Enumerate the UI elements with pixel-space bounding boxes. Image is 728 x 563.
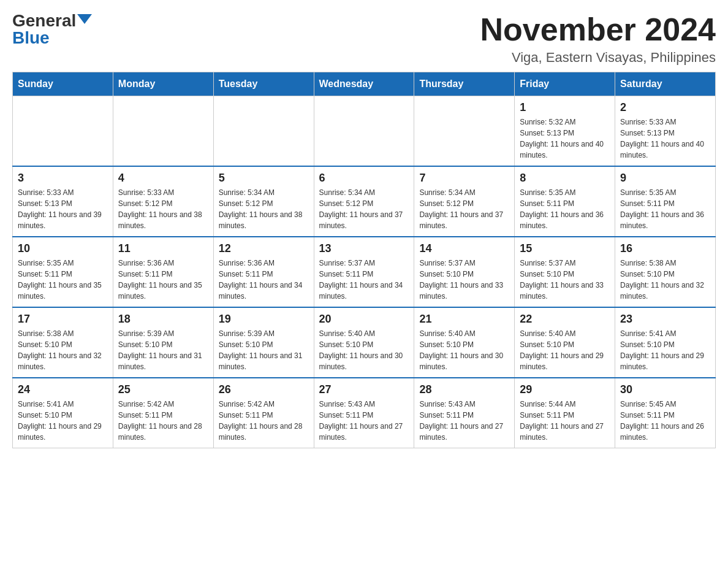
calendar-cell: 2Sunrise: 5:33 AMSunset: 5:13 PMDaylight… bbox=[615, 96, 716, 167]
calendar-cell bbox=[414, 96, 515, 167]
day-info: Sunrise: 5:34 AMSunset: 5:12 PMDaylight:… bbox=[419, 187, 509, 231]
calendar-cell: 23Sunrise: 5:41 AMSunset: 5:10 PMDayligh… bbox=[615, 307, 716, 378]
day-number: 4 bbox=[118, 172, 208, 185]
day-number: 28 bbox=[419, 383, 509, 396]
day-number: 2 bbox=[620, 101, 710, 114]
day-number: 17 bbox=[18, 313, 108, 326]
day-info: Sunrise: 5:42 AMSunset: 5:11 PMDaylight:… bbox=[219, 399, 309, 443]
day-number: 22 bbox=[520, 313, 610, 326]
calendar-cell: 10Sunrise: 5:35 AMSunset: 5:11 PMDayligh… bbox=[13, 237, 113, 307]
day-info: Sunrise: 5:38 AMSunset: 5:10 PMDaylight:… bbox=[18, 328, 108, 372]
calendar-cell: 11Sunrise: 5:36 AMSunset: 5:11 PMDayligh… bbox=[113, 237, 213, 307]
day-info: Sunrise: 5:33 AMSunset: 5:13 PMDaylight:… bbox=[18, 187, 108, 231]
day-info: Sunrise: 5:37 AMSunset: 5:11 PMDaylight:… bbox=[319, 258, 409, 302]
day-info: Sunrise: 5:39 AMSunset: 5:10 PMDaylight:… bbox=[219, 328, 309, 372]
day-number: 27 bbox=[319, 383, 409, 396]
day-info: Sunrise: 5:45 AMSunset: 5:11 PMDaylight:… bbox=[620, 399, 710, 443]
calendar-cell: 25Sunrise: 5:42 AMSunset: 5:11 PMDayligh… bbox=[113, 378, 213, 448]
calendar-week-row: 24Sunrise: 5:41 AMSunset: 5:10 PMDayligh… bbox=[13, 378, 716, 448]
day-info: Sunrise: 5:43 AMSunset: 5:11 PMDaylight:… bbox=[419, 399, 509, 443]
calendar-cell: 14Sunrise: 5:37 AMSunset: 5:10 PMDayligh… bbox=[414, 237, 515, 307]
calendar-cell: 22Sunrise: 5:40 AMSunset: 5:10 PMDayligh… bbox=[515, 307, 615, 378]
calendar-cell: 21Sunrise: 5:40 AMSunset: 5:10 PMDayligh… bbox=[414, 307, 515, 378]
day-number: 24 bbox=[18, 383, 108, 396]
day-info: Sunrise: 5:36 AMSunset: 5:11 PMDaylight:… bbox=[219, 258, 309, 302]
day-number: 20 bbox=[319, 313, 409, 326]
logo-triangle-icon bbox=[77, 14, 92, 24]
day-number: 13 bbox=[319, 242, 409, 255]
calendar-cell: 6Sunrise: 5:34 AMSunset: 5:12 PMDaylight… bbox=[314, 166, 414, 237]
day-info: Sunrise: 5:35 AMSunset: 5:11 PMDaylight:… bbox=[620, 187, 710, 231]
logo: General Blue bbox=[12, 12, 92, 47]
calendar-header-row: SundayMondayTuesdayWednesdayThursdayFrid… bbox=[13, 72, 716, 96]
day-info: Sunrise: 5:41 AMSunset: 5:10 PMDaylight:… bbox=[620, 328, 710, 372]
day-number: 6 bbox=[319, 172, 409, 185]
calendar-cell: 19Sunrise: 5:39 AMSunset: 5:10 PMDayligh… bbox=[213, 307, 314, 378]
day-info: Sunrise: 5:34 AMSunset: 5:12 PMDaylight:… bbox=[219, 187, 309, 231]
weekday-header-sunday: Sunday bbox=[13, 72, 113, 96]
calendar-cell bbox=[13, 96, 113, 167]
day-number: 23 bbox=[620, 313, 710, 326]
calendar-cell: 12Sunrise: 5:36 AMSunset: 5:11 PMDayligh… bbox=[213, 237, 314, 307]
calendar-week-row: 3Sunrise: 5:33 AMSunset: 5:13 PMDaylight… bbox=[13, 166, 716, 237]
location-subtitle: Viga, Eastern Visayas, Philippines bbox=[480, 50, 716, 66]
calendar-cell: 30Sunrise: 5:45 AMSunset: 5:11 PMDayligh… bbox=[615, 378, 716, 448]
day-info: Sunrise: 5:44 AMSunset: 5:11 PMDaylight:… bbox=[520, 399, 610, 443]
weekday-header-friday: Friday bbox=[515, 72, 615, 96]
day-info: Sunrise: 5:42 AMSunset: 5:11 PMDaylight:… bbox=[118, 399, 208, 443]
day-number: 1 bbox=[520, 101, 610, 114]
calendar-week-row: 17Sunrise: 5:38 AMSunset: 5:10 PMDayligh… bbox=[13, 307, 716, 378]
calendar-cell bbox=[113, 96, 213, 167]
calendar-cell: 13Sunrise: 5:37 AMSunset: 5:11 PMDayligh… bbox=[314, 237, 414, 307]
logo-blue-text: Blue bbox=[12, 28, 50, 47]
day-info: Sunrise: 5:40 AMSunset: 5:10 PMDaylight:… bbox=[419, 328, 509, 372]
calendar-cell: 17Sunrise: 5:38 AMSunset: 5:10 PMDayligh… bbox=[13, 307, 113, 378]
calendar-cell: 3Sunrise: 5:33 AMSunset: 5:13 PMDaylight… bbox=[13, 166, 113, 237]
day-info: Sunrise: 5:40 AMSunset: 5:10 PMDaylight:… bbox=[520, 328, 610, 372]
calendar-cell: 24Sunrise: 5:41 AMSunset: 5:10 PMDayligh… bbox=[13, 378, 113, 448]
calendar-cell: 28Sunrise: 5:43 AMSunset: 5:11 PMDayligh… bbox=[414, 378, 515, 448]
day-info: Sunrise: 5:33 AMSunset: 5:12 PMDaylight:… bbox=[118, 187, 208, 231]
day-info: Sunrise: 5:37 AMSunset: 5:10 PMDaylight:… bbox=[419, 258, 509, 302]
title-section: November 2024 Viga, Eastern Visayas, Phi… bbox=[480, 12, 716, 66]
day-info: Sunrise: 5:35 AMSunset: 5:11 PMDaylight:… bbox=[520, 187, 610, 231]
day-info: Sunrise: 5:40 AMSunset: 5:10 PMDaylight:… bbox=[319, 328, 409, 372]
logo-general-text: General bbox=[12, 12, 76, 29]
calendar-cell: 8Sunrise: 5:35 AMSunset: 5:11 PMDaylight… bbox=[515, 166, 615, 237]
day-number: 16 bbox=[620, 242, 710, 255]
day-number: 5 bbox=[219, 172, 309, 185]
calendar-cell: 20Sunrise: 5:40 AMSunset: 5:10 PMDayligh… bbox=[314, 307, 414, 378]
day-info: Sunrise: 5:34 AMSunset: 5:12 PMDaylight:… bbox=[319, 187, 409, 231]
day-number: 21 bbox=[419, 313, 509, 326]
weekday-header-tuesday: Tuesday bbox=[213, 72, 314, 96]
day-number: 9 bbox=[620, 172, 710, 185]
calendar-cell: 18Sunrise: 5:39 AMSunset: 5:10 PMDayligh… bbox=[113, 307, 213, 378]
day-number: 15 bbox=[520, 242, 610, 255]
day-number: 11 bbox=[118, 242, 208, 255]
weekday-header-saturday: Saturday bbox=[615, 72, 716, 96]
calendar-cell: 4Sunrise: 5:33 AMSunset: 5:12 PMDaylight… bbox=[113, 166, 213, 237]
calendar-cell: 15Sunrise: 5:37 AMSunset: 5:10 PMDayligh… bbox=[515, 237, 615, 307]
page-header: General Blue November 2024 Viga, Eastern… bbox=[12, 12, 716, 66]
day-info: Sunrise: 5:32 AMSunset: 5:13 PMDaylight:… bbox=[520, 117, 610, 161]
day-number: 3 bbox=[18, 172, 108, 185]
calendar-cell bbox=[314, 96, 414, 167]
day-number: 12 bbox=[219, 242, 309, 255]
calendar-cell: 7Sunrise: 5:34 AMSunset: 5:12 PMDaylight… bbox=[414, 166, 515, 237]
day-number: 10 bbox=[18, 242, 108, 255]
day-info: Sunrise: 5:41 AMSunset: 5:10 PMDaylight:… bbox=[18, 399, 108, 443]
calendar-cell: 29Sunrise: 5:44 AMSunset: 5:11 PMDayligh… bbox=[515, 378, 615, 448]
day-number: 18 bbox=[118, 313, 208, 326]
day-number: 8 bbox=[520, 172, 610, 185]
calendar-cell: 27Sunrise: 5:43 AMSunset: 5:11 PMDayligh… bbox=[314, 378, 414, 448]
day-info: Sunrise: 5:36 AMSunset: 5:11 PMDaylight:… bbox=[118, 258, 208, 302]
day-number: 26 bbox=[219, 383, 309, 396]
month-title: November 2024 bbox=[480, 12, 716, 47]
calendar-week-row: 10Sunrise: 5:35 AMSunset: 5:11 PMDayligh… bbox=[13, 237, 716, 307]
calendar-week-row: 1Sunrise: 5:32 AMSunset: 5:13 PMDaylight… bbox=[13, 96, 716, 167]
calendar-cell: 9Sunrise: 5:35 AMSunset: 5:11 PMDaylight… bbox=[615, 166, 716, 237]
calendar-cell: 16Sunrise: 5:38 AMSunset: 5:10 PMDayligh… bbox=[615, 237, 716, 307]
weekday-header-thursday: Thursday bbox=[414, 72, 515, 96]
calendar-cell: 26Sunrise: 5:42 AMSunset: 5:11 PMDayligh… bbox=[213, 378, 314, 448]
day-number: 19 bbox=[219, 313, 309, 326]
